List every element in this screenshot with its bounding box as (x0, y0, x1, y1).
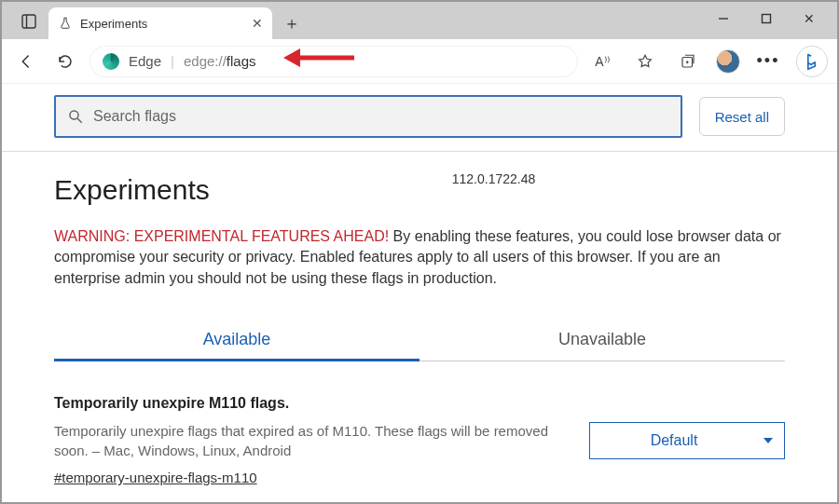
page-viewport[interactable]: Search flags Reset all Experiments 112.0… (2, 84, 837, 502)
browser-toolbar: Edge | edge://flags A⁾⁾ ••• (2, 39, 837, 84)
flag-title: Temporarily unexpire M110 flags. (54, 395, 567, 412)
flag-item: Temporarily unexpire M110 flags. Tempora… (54, 395, 785, 486)
flag-state-select[interactable]: Default (589, 422, 785, 459)
browser-tab[interactable]: Experiments ✕ (48, 7, 272, 39)
page-title: Experiments (54, 174, 210, 206)
new-tab-button[interactable]: ＋ (278, 9, 306, 37)
address-separator: | (171, 53, 174, 69)
favorite-button[interactable] (630, 47, 660, 76)
address-bar[interactable]: Edge | edge://flags (89, 46, 578, 77)
refresh-button[interactable] (50, 47, 80, 76)
svg-point-7 (70, 111, 78, 119)
tab-close-icon[interactable]: ✕ (252, 16, 263, 31)
minimize-button[interactable] (710, 6, 736, 32)
bing-chat-button[interactable] (796, 46, 828, 77)
window-controls: ✕ (710, 6, 833, 32)
address-url: edge://flags (184, 53, 256, 69)
more-menu-button[interactable]: ••• (753, 47, 783, 76)
flags-tabs: Available Unavailable (54, 320, 785, 361)
read-aloud-button[interactable]: A⁾⁾ (587, 47, 617, 76)
tab-title: Experiments (80, 17, 244, 31)
warning-text: WARNING: EXPERIMENTAL FEATURES AHEAD! By… (54, 226, 785, 289)
collections-button[interactable] (673, 47, 703, 76)
svg-rect-3 (763, 15, 771, 23)
edge-logo-icon (103, 53, 119, 70)
address-brand: Edge (129, 53, 161, 69)
browser-version: 112.0.1722.48 (452, 171, 536, 186)
close-window-button[interactable]: ✕ (796, 6, 822, 32)
toolbar-trailing: A⁾⁾ ••• (587, 46, 828, 77)
address-url-path: flags (227, 53, 256, 69)
tab-unavailable[interactable]: Unavailable (420, 320, 785, 361)
maximize-button[interactable] (753, 6, 779, 32)
warning-prefix: WARNING: EXPERIMENTAL FEATURES AHEAD! (54, 228, 389, 244)
flask-icon (58, 16, 73, 31)
flag-state-value: Default (651, 432, 698, 449)
svg-line-8 (77, 118, 82, 123)
tab-strip: Experiments ✕ ＋ (2, 2, 306, 39)
search-icon (67, 108, 84, 125)
flags-search-input[interactable]: Search flags (54, 95, 682, 138)
back-button[interactable] (11, 47, 41, 76)
profile-avatar[interactable] (716, 49, 740, 74)
tab-available[interactable]: Available (54, 320, 420, 361)
page-content: Search flags Reset all Experiments 112.0… (2, 84, 837, 502)
flag-description: Temporarily unexpire flags that expired … (54, 421, 567, 460)
svg-rect-0 (22, 15, 35, 28)
address-url-scheme: edge:// (184, 53, 227, 69)
vertical-tabs-button[interactable] (13, 6, 45, 37)
reset-all-button[interactable]: Reset all (699, 97, 785, 136)
flags-search-placeholder: Search flags (93, 108, 176, 125)
title-bar: Experiments ✕ ＋ ✕ (2, 2, 837, 39)
flag-anchor-link[interactable]: #temporary-unexpire-flags-m110 (54, 470, 257, 485)
